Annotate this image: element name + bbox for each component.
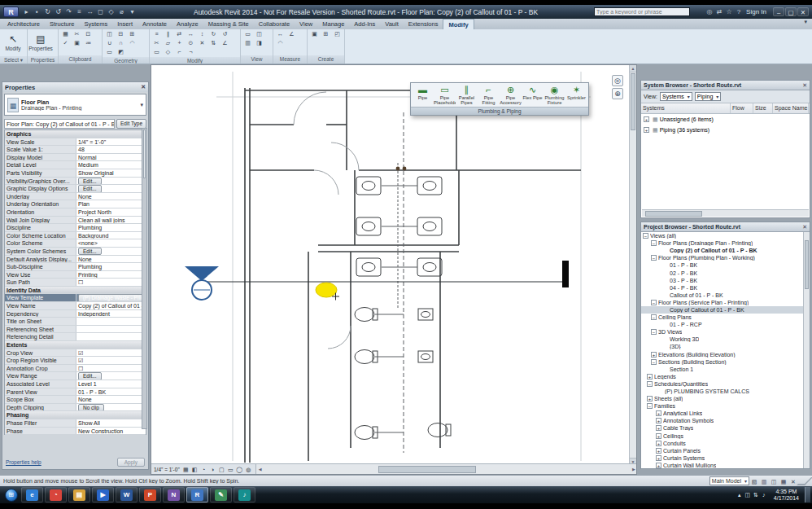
tray-icon[interactable]: ◫	[744, 492, 752, 498]
help-search-input[interactable]	[594, 7, 690, 16]
tree-item[interactable]: 01 - P - RCP	[641, 321, 810, 328]
navigation-icon[interactable]: ⊕	[612, 88, 623, 99]
tree-item[interactable]: + Analytical Links	[641, 410, 810, 417]
expander-icon[interactable]: −	[651, 329, 657, 335]
ribbon-tool[interactable]: ◠	[275, 39, 286, 47]
search-icon[interactable]	[692, 7, 702, 17]
qat-icon[interactable]: ↻	[42, 7, 53, 17]
title-bar-icon[interactable]: ?	[734, 7, 744, 17]
status-toggle-icon[interactable]: ▧	[749, 476, 759, 485]
view-type-select[interactable]: Systems▾	[660, 92, 692, 101]
tree-item[interactable]: Copy (2) of Callout of 01 - P - BK	[641, 247, 810, 254]
tree-item[interactable]: Copy of Callout of 01 - P - BK	[641, 306, 810, 314]
view-control-icon[interactable]: ▭	[226, 465, 235, 474]
project-browser-header[interactable]: Project Browser - Shorted Route.rvt ✕	[641, 222, 810, 232]
close-icon[interactable]: ✕	[802, 224, 807, 230]
property-value[interactable]: 1/4" = 1'-0"	[76, 138, 146, 146]
ribbon-tool[interactable]: ▭	[151, 48, 162, 56]
ribbon-tool[interactable]: ↺	[220, 30, 230, 38]
tree-item[interactable]: 03 - P - BK	[641, 277, 810, 284]
ribbon-tool[interactable]: ▤Properties	[29, 30, 52, 55]
plumbing-tool[interactable]: ∿ Flex Pipe	[522, 85, 544, 106]
close-icon[interactable]: ✕	[141, 84, 146, 90]
tree-item[interactable]: − Floor Plans (Service Plan - Printing)	[641, 299, 810, 306]
ribbon-tool[interactable]: ∠	[286, 30, 297, 38]
ribbon-tool[interactable]: ⌐	[174, 48, 185, 56]
canvas-vertical-scrollbar[interactable]: ▲ ▼	[629, 65, 636, 465]
system-browser-header[interactable]: System Browser - Shorted Route.rvt ✕	[641, 81, 810, 90]
property-value[interactable]: None	[76, 193, 146, 200]
qat-icon[interactable]: ▸	[21, 7, 32, 17]
expander-icon[interactable]: +	[656, 410, 661, 416]
plumbing-tool[interactable]: ◉ Plumbing Fixture	[544, 85, 565, 106]
project-browser-scrollbar[interactable]	[803, 232, 810, 468]
property-value[interactable]: New Construction	[76, 428, 146, 435]
tree-item[interactable]: − Views (all)	[641, 232, 810, 239]
sign-in-link[interactable]: Sign In	[746, 8, 766, 15]
ribbon-tool[interactable]: ◠	[127, 39, 138, 47]
ribbon-tab[interactable]: Massing & Site	[203, 19, 254, 29]
ribbon-tool[interactable]: ⊞	[127, 30, 138, 38]
ribbon-tool[interactable]: ◰	[332, 30, 343, 38]
ribbon-tool[interactable]: ∥	[163, 30, 173, 38]
scrollbar-thumb[interactable]	[378, 466, 476, 473]
plumbing-piping-floating-panel[interactable]: ▬ Pipe ▭ Pipe Placeholder ∥ Parallel Pip…	[410, 82, 589, 116]
ribbon-tool[interactable]: ✂	[72, 30, 82, 38]
taskbar-app[interactable]: R	[186, 487, 208, 502]
taskbar-app[interactable]: ◔	[45, 487, 67, 502]
qat-icon[interactable]: ≡	[74, 7, 85, 17]
ribbon-tool[interactable]: ⇄	[174, 30, 185, 38]
start-button[interactable]: ⊞	[2, 487, 20, 502]
property-value[interactable]: Clean all wall joins	[76, 217, 146, 224]
tray-icon[interactable]: ▴	[736, 492, 744, 498]
expander-icon[interactable]: +	[644, 116, 649, 122]
property-value[interactable]: Normal	[76, 154, 146, 161]
property-value[interactable]: 01 - P - BK	[76, 388, 146, 396]
ribbon-tool[interactable]: ↖Modify	[2, 30, 24, 55]
qat-icon[interactable]: ↺	[53, 7, 63, 17]
property-value[interactable]: Background	[76, 232, 146, 239]
property-value[interactable]: None	[76, 256, 146, 263]
ribbon-tool[interactable]: ⊡	[83, 30, 94, 38]
scrollbar-thumb[interactable]	[631, 73, 635, 130]
view-control-icon[interactable]: ◑	[208, 465, 217, 474]
taskbar-app[interactable]: N	[163, 487, 185, 502]
tree-item[interactable]: + Elevations (Building Elevation)	[641, 351, 810, 358]
expander-icon[interactable]: −	[643, 233, 648, 239]
expander-icon[interactable]: +	[656, 463, 661, 468]
ribbon-tool[interactable]: ⊞	[321, 30, 331, 38]
expander-icon[interactable]: −	[651, 300, 657, 305]
column-header[interactable]: Systems	[641, 103, 731, 113]
expander-icon[interactable]: −	[651, 255, 657, 261]
tree-item[interactable]: + Cable Trays	[641, 424, 810, 432]
expander-icon[interactable]: −	[647, 381, 653, 387]
property-value[interactable]: Plumbing	[76, 224, 146, 231]
property-value[interactable]: Edit...	[76, 372, 146, 380]
expander-icon[interactable]: −	[651, 314, 657, 320]
title-bar-icon[interactable]: ☆	[724, 7, 734, 17]
property-value[interactable]	[76, 326, 146, 333]
property-value[interactable]: ☐	[76, 365, 146, 372]
ribbon-tab[interactable]: Insert	[112, 19, 138, 29]
column-header[interactable]: Flow	[731, 103, 753, 113]
ribbon-tool[interactable]: ⊙	[186, 39, 196, 47]
tray-icon[interactable]: ♪	[760, 492, 768, 498]
ribbon-tool[interactable]: ∪	[104, 39, 115, 47]
tree-item[interactable]: − Families	[641, 402, 810, 410]
property-value[interactable]: ☐	[76, 279, 146, 286]
ribbon-tab[interactable]: Extensions	[404, 19, 443, 29]
property-value[interactable]: Copy (2) of Callout of 01 - P ...	[76, 302, 146, 309]
property-value[interactable]	[76, 318, 146, 325]
expander-icon[interactable]: −	[647, 403, 653, 409]
property-value[interactable]: Edit...	[76, 178, 146, 185]
plumbing-panel-title[interactable]: Plumbing & Piping	[411, 107, 588, 115]
canvas-horizontal-scrollbar[interactable]: ◀ ▶	[256, 464, 637, 474]
tray-icon[interactable]: ⇅	[752, 492, 760, 498]
ribbon-tool[interactable]: ⇅	[208, 39, 219, 47]
scrollbar-thumb[interactable]	[143, 129, 146, 178]
ribbon-tool[interactable]: ✕	[197, 39, 207, 47]
system-row[interactable]: + ▦ Piping (36 systems)	[641, 125, 810, 135]
plumbing-tool[interactable]: ▬ Pipe	[412, 85, 434, 106]
ribbon-tool[interactable]: ◩	[116, 48, 126, 56]
tree-item[interactable]: − Floor Plans (Plumbing Plan - Working)	[641, 254, 810, 261]
